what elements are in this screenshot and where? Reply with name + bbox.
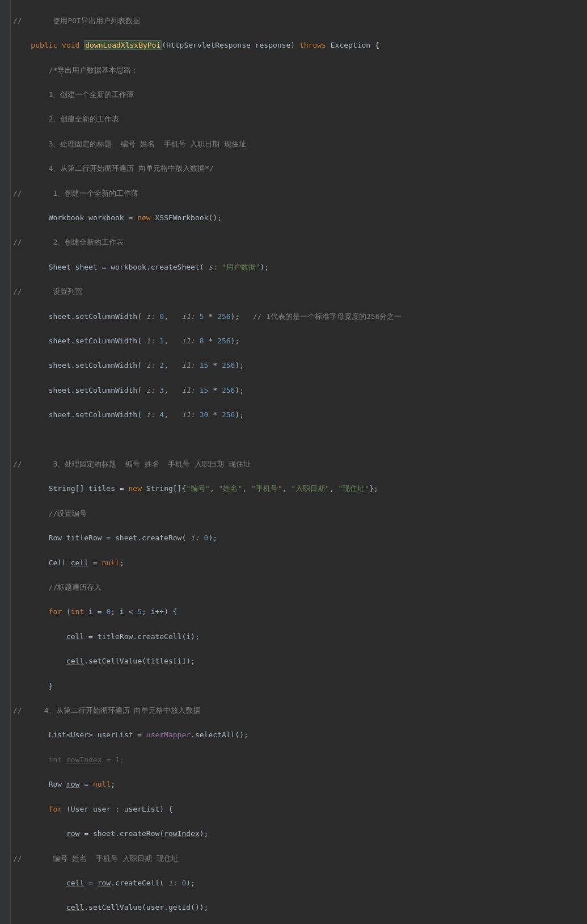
kw-for: for [49,805,62,813]
comment: //标题遍历存入 [49,583,102,591]
number: 0 [178,879,187,887]
number: 256 [222,410,235,419]
comment: 4、从第二行开始循环遍历 向单元格中放入数据*/ [49,164,214,173]
var-cell: cell [66,657,84,665]
stmt: sheet.setColumnWidth( [49,337,146,345]
number: 3 [155,386,164,394]
sep: , [164,337,181,345]
comment: 3、处理固定的标题 编号 姓名 手机号 入职日期 现住址 [49,140,247,148]
var-row: row [98,879,111,887]
number: 0 [155,312,164,321]
type: Row [49,780,66,788]
string: "手机号" [251,484,282,493]
stmt: = titleRow.createCell(i); [84,632,200,641]
sep: , [164,361,181,369]
op: * [208,410,221,419]
var-cell: cell [71,558,88,567]
param-hint: i1: [181,337,195,345]
string: "编号" [186,484,210,493]
param-hint: s: [208,263,217,271]
param-hint: i: [146,386,155,394]
var-row: row [66,829,79,838]
punct: ); [260,263,269,271]
dim: int [49,755,66,764]
param-hint: i: [146,312,155,321]
number: 256 [217,337,230,345]
number: 1 [155,337,164,345]
param-hint: i: [168,879,178,887]
number: 5 [195,312,204,321]
param-hint: i1: [181,361,195,369]
op: * [208,386,221,394]
op: * [208,361,221,369]
eq: = [79,780,92,788]
string: "用户数据" [217,263,260,271]
stmt: sheet.setColumnWidth( [49,410,146,419]
comment: // 1代表的是一个标准字母宽度的256分之一 [253,312,402,321]
comment: 1、创建一个全新的工作薄 [49,90,134,99]
call: .selectAll(); [191,730,248,739]
kw-null: null [93,780,111,788]
stmt: = sheet.createRow( [79,829,164,838]
method-name: downLoadXlsxByPoi [84,40,162,50]
inc: ; i++) { [142,607,178,616]
sep: , [164,386,181,394]
kw-for: for [49,607,62,616]
comment: //设置编号 [49,509,87,518]
comment: // 1、创建一个全新的工作薄 [13,189,138,198]
stmt: Sheet sheet = workbook.createSheet( [49,263,209,271]
kw-new: new [129,484,142,493]
param-hint: i1: [181,386,195,394]
var-cell: cell [66,879,84,887]
brace: } [49,682,53,690]
stmt: sheet.setColumnWidth( [49,361,146,369]
exception: Exception { [326,41,379,49]
punct: ); [208,534,217,542]
kw-new: new [137,213,150,222]
type: Cell [49,558,71,567]
number: 4 [155,410,164,419]
var-rowindex: rowIndex [66,755,102,764]
kw-public: public [31,41,57,49]
gutter[interactable] [0,0,11,924]
number: 256 [222,386,235,394]
number: 15 [195,361,208,369]
arr: String[]{ [142,484,186,493]
var-cell: cell [66,632,84,641]
stmt: List<User> userList = [49,730,146,739]
param-hint: i: [146,361,155,369]
number: 30 [195,410,208,419]
string: "姓名" [219,484,243,493]
punct: }; [369,484,378,493]
punct: ); [231,337,240,345]
punct: ; [120,558,124,567]
code-editor: // 使用POI导出用户列表数据 public void downLoadXls… [0,0,587,924]
param-hint: i: [146,337,155,345]
number: 0 [200,534,209,542]
stmt: Workbook workbook = [49,213,138,222]
number: 8 [195,337,204,345]
call: .createCell( [111,879,168,887]
string: "入职日期" [291,484,330,493]
var-rowindex: rowIndex [164,829,200,838]
param-hint: i1: [181,410,195,419]
number: 5 [137,607,142,616]
sep: , [164,312,181,321]
kw-throws: throws [299,41,326,49]
number: 256 [217,312,230,321]
param-hint: i: [146,410,155,419]
var-cell: cell [66,903,84,912]
punct: ); [200,829,209,838]
kw-int: int [71,607,84,616]
comment: /*导出用户数据基本思路： [49,66,139,74]
punct: ; [120,755,124,764]
number: 256 [222,361,235,369]
code-area[interactable]: // 使用POI导出用户列表数据 public void downLoadXls… [11,0,587,924]
stmt: .setCellValue(user.getId()); [84,903,208,912]
eq: = [84,879,97,887]
loop: (User user : userList) { [62,805,173,813]
string: "现住址" [339,484,370,493]
sep: , [164,410,181,419]
comment: // 2、创建全新的工作表 [13,238,124,246]
punct: ); [235,361,244,369]
